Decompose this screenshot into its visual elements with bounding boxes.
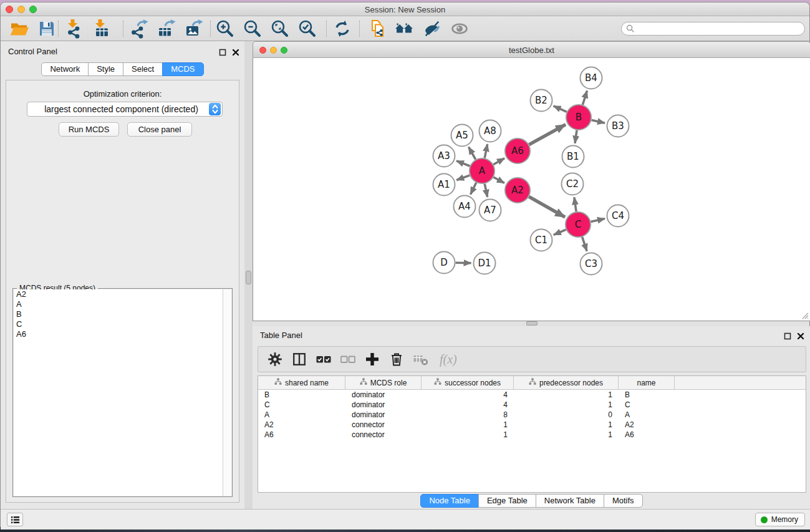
- delete-column-icon[interactable]: [388, 351, 405, 367]
- table-row[interactable]: Adominator80A: [258, 410, 806, 420]
- cell-predecessor-nodes[interactable]: 1: [514, 420, 619, 430]
- edge-B-B4[interactable]: [582, 91, 587, 105]
- node-C1[interactable]: C1: [531, 230, 552, 251]
- zoom-in-icon[interactable]: [215, 19, 235, 39]
- cell-shared-name[interactable]: A2: [258, 420, 345, 430]
- tab-network[interactable]: Network: [41, 62, 89, 76]
- edge-C-C4[interactable]: [591, 219, 605, 222]
- node-C[interactable]: C: [566, 212, 591, 237]
- node-A7[interactable]: A7: [480, 200, 501, 221]
- result-scrollbar[interactable]: [223, 289, 231, 496]
- cell-shared-name[interactable]: B: [258, 390, 345, 400]
- open-folder-icon[interactable]: [9, 19, 29, 39]
- mcds-result-item[interactable]: B: [14, 309, 223, 319]
- close-table-panel-icon[interactable]: [797, 331, 804, 339]
- cell-MCDS-role[interactable]: connector: [345, 420, 422, 430]
- save-icon[interactable]: [37, 19, 57, 39]
- cell-name[interactable]: A6: [619, 430, 675, 440]
- node-A1[interactable]: A1: [433, 174, 455, 196]
- horizontal-splitter-handle[interactable]: [526, 321, 538, 326]
- export-image-icon[interactable]: [184, 19, 204, 39]
- edge-B-B2[interactable]: [554, 106, 567, 112]
- node-A3[interactable]: A3: [433, 145, 455, 167]
- node-B3[interactable]: B3: [607, 115, 629, 137]
- edge-A-A1[interactable]: [456, 175, 470, 180]
- table-row[interactable]: Bdominator41B: [258, 390, 806, 400]
- cell-MCDS-role[interactable]: dominator: [345, 390, 422, 400]
- cell-successor-nodes[interactable]: 4: [422, 390, 514, 400]
- node-C4[interactable]: C4: [607, 205, 629, 227]
- table-row[interactable]: A2connector11A2: [258, 420, 806, 430]
- cell-MCDS-role[interactable]: dominator: [345, 400, 422, 410]
- float-panel-icon[interactable]: [219, 47, 226, 55]
- home-icon[interactable]: [395, 19, 415, 39]
- edge-A-A2[interactable]: [493, 177, 504, 183]
- cell-successor-nodes[interactable]: 8: [422, 410, 514, 420]
- node-B[interactable]: B: [566, 105, 591, 130]
- edge-C-C3[interactable]: [582, 237, 587, 251]
- zoom-out-icon[interactable]: [243, 19, 263, 39]
- clone-network-icon[interactable]: [367, 19, 387, 39]
- mcds-result-item[interactable]: A2: [14, 289, 223, 299]
- export-table-icon[interactable]: [157, 19, 176, 39]
- mcds-result-item[interactable]: A6: [14, 329, 223, 339]
- zoom-fit-icon[interactable]: [270, 19, 290, 39]
- task-history-button[interactable]: [7, 513, 23, 526]
- add-column-icon[interactable]: [364, 351, 380, 367]
- float-table-panel-icon[interactable]: [784, 331, 791, 339]
- vertical-splitter[interactable]: [244, 41, 253, 509]
- cell-predecessor-nodes[interactable]: 0: [514, 410, 619, 420]
- cell-name[interactable]: B: [619, 390, 675, 400]
- node-A4[interactable]: A4: [454, 196, 476, 218]
- import-network-icon[interactable]: [64, 19, 84, 39]
- show-eye-icon[interactable]: [450, 19, 470, 39]
- tab-edge-table[interactable]: Edge Table: [478, 494, 536, 508]
- edge-A-A6[interactable]: [493, 158, 504, 165]
- edge-A6-B[interactable]: [529, 125, 566, 145]
- cell-name[interactable]: A2: [619, 420, 675, 430]
- node-B2[interactable]: B2: [531, 90, 552, 112]
- cell-predecessor-nodes[interactable]: 1: [514, 400, 619, 410]
- network-canvas[interactable]: A A1 A2 A3 A4 A5 A6 A7 A8 B B1 B2 B3 B4 …: [253, 58, 810, 321]
- cell-successor-nodes[interactable]: 1: [422, 430, 514, 440]
- cell-shared-name[interactable]: A6: [258, 430, 345, 440]
- close-panel-icon[interactable]: [232, 47, 239, 55]
- node-A8[interactable]: A8: [480, 120, 501, 142]
- memory-button[interactable]: Memory: [755, 513, 805, 526]
- edge-A-A7[interactable]: [485, 184, 488, 197]
- deselect-all-icon[interactable]: [340, 351, 356, 367]
- select-all-icon[interactable]: [316, 351, 332, 367]
- edge-A2-C[interactable]: [529, 196, 565, 217]
- node-B1[interactable]: B1: [562, 146, 584, 168]
- node-C3[interactable]: C3: [581, 253, 602, 275]
- cell-name[interactable]: C: [619, 400, 675, 410]
- search-input[interactable]: [635, 24, 804, 33]
- column-header-MCDS-role[interactable]: MCDS role: [345, 376, 422, 389]
- delete-table-icon[interactable]: [413, 351, 429, 367]
- node-A6[interactable]: A6: [505, 138, 530, 163]
- edge-C-C2[interactable]: [574, 197, 576, 211]
- run-mcds-button[interactable]: Run MCDS: [59, 122, 119, 137]
- edge-C-C1[interactable]: [554, 230, 566, 235]
- tab-network-table[interactable]: Network Table: [536, 494, 604, 508]
- column-header-predecessor-nodes[interactable]: predecessor nodes: [514, 376, 619, 389]
- mcds-result-item[interactable]: C: [14, 319, 223, 329]
- mcds-result-list[interactable]: A2ABCA6: [14, 289, 223, 496]
- edge-A-A5[interactable]: [469, 147, 476, 160]
- vertical-splitter-handle[interactable]: [246, 271, 251, 284]
- table-row[interactable]: A6connector11A6: [258, 430, 806, 440]
- node-B4[interactable]: B4: [581, 67, 602, 89]
- refresh-icon[interactable]: [332, 19, 352, 39]
- cell-successor-nodes[interactable]: 4: [422, 400, 514, 410]
- export-network-icon[interactable]: [129, 19, 149, 39]
- node-A5[interactable]: A5: [451, 125, 473, 147]
- zoom-selected-icon[interactable]: [297, 19, 317, 39]
- node-A2[interactable]: A2: [505, 178, 530, 203]
- tab-mcds[interactable]: MCDS: [162, 62, 203, 76]
- mcds-result-item[interactable]: A: [14, 299, 223, 309]
- cell-predecessor-nodes[interactable]: 1: [514, 430, 619, 440]
- column-header-successor-nodes[interactable]: successor nodes: [422, 376, 514, 389]
- hide-graphics-details-icon[interactable]: [422, 19, 442, 39]
- search-field[interactable]: [621, 22, 805, 36]
- edge-A-A3[interactable]: [456, 161, 470, 166]
